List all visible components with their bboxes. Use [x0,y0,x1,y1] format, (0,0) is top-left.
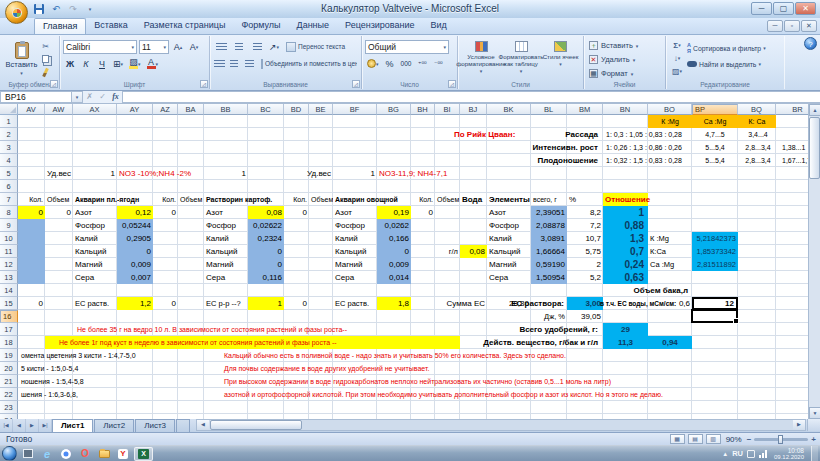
prev-sheet-button[interactable]: ◀ [13,419,26,432]
cell[interactable]: 1,3 [603,232,648,245]
cell[interactable]: Объем [309,193,333,206]
cell[interactable]: NO3-11,9; NH4-7,1 [377,167,460,180]
cell[interactable]: Объем [178,193,204,206]
cell[interactable]: Магний [73,258,117,271]
scroll-up-button[interactable]: ▲ [809,104,820,116]
cell[interactable]: ношения - 1:5,4-5,8 [19,375,179,388]
row-header-4[interactable]: 4 [0,154,18,167]
cell[interactable]: К :Mg [648,232,692,245]
cell[interactable]: Азот [333,206,377,219]
row-header-23[interactable]: 23 [0,401,18,414]
cell[interactable]: 5,21842373 [692,232,738,245]
cells-area[interactable]: К :MgCa :MgК: CaПо Рийк Цваан:Рассада1: … [18,115,808,419]
cell[interactable]: 0 [18,206,45,219]
cell[interactable]: Кальций [487,245,531,258]
first-sheet-button[interactable]: |◀ [0,419,13,432]
sort-filter-button[interactable]: АЯСортировка и фильтр▾ [687,41,766,55]
cell[interactable]: Сумма ЕС [435,297,487,310]
cell[interactable]: Элементы [487,193,531,206]
column-header-BD[interactable]: BD [284,104,309,115]
row-header-19[interactable]: 19 [0,349,18,362]
cell[interactable]: 2,39051 [531,206,567,219]
cell[interactable]: Калий [487,232,531,245]
column-header-BQ[interactable]: BQ [738,104,776,115]
bold-button[interactable]: Ж [63,57,77,71]
workbook-restore-button[interactable]: ▫ [784,20,800,32]
cell[interactable]: 1,38...1 [780,141,808,154]
shrink-font-button[interactable]: А▾ [187,40,201,54]
align-left-button[interactable] [213,57,226,71]
select-all-corner[interactable] [0,104,18,115]
cell[interactable]: Азот [204,206,248,219]
cell[interactable]: Ca :Mg [692,115,738,128]
cell[interactable]: омента цветения 3 кисти - 1:4,7-5,0 [19,349,179,362]
cell[interactable]: NO3 -10%;NH4 -2% [117,167,204,180]
cell[interactable]: Калий [73,232,117,245]
cell[interactable]: 0 [18,297,45,310]
font-name-select[interactable]: Calibri▾ [63,40,137,54]
paste-dropdown-arrow[interactable]: ▾ [20,70,23,76]
page-break-view-button[interactable]: ▥ [706,434,721,444]
column-header-BG[interactable]: BG [377,104,411,115]
cell[interactable]: 0,24 [603,258,648,271]
cell[interactable]: Сера [487,271,531,284]
cell[interactable]: Действ. вещество, г/бак и г/л [455,336,600,349]
row-header-6[interactable]: 6 [0,180,18,193]
fill-button[interactable]: ↓▾ [669,52,685,64]
start-button[interactable] [2,446,17,461]
insert-cells-button[interactable]: ＋Вставить▾ [587,39,662,52]
cell[interactable]: Азот [73,206,117,219]
cell[interactable]: Отношение [603,193,648,206]
clock[interactable]: 10:08 09.12.2020 [771,447,807,461]
cell[interactable]: Кальций обычно есть в поливной воде - на… [222,349,806,362]
row-header-7[interactable]: 7 [0,193,18,206]
cell[interactable]: Сера [333,271,377,284]
cell[interactable]: 1 [73,167,117,180]
cell[interactable]: Всего удобрений, г: [470,323,600,336]
sheet-tab-1[interactable]: Лист1 [52,419,93,432]
cell[interactable]: 0,08 [248,206,284,219]
cell[interactable]: 0 [411,206,435,219]
cell[interactable] [18,219,45,232]
tab-formulas[interactable]: Формулы [233,18,288,34]
autosum-button[interactable]: Σ▾ [669,39,685,51]
cell[interactable]: 11,3 [603,336,648,349]
cell[interactable]: 1 [333,167,377,180]
formula-input[interactable] [122,91,820,103]
cell[interactable]: 0,94 [648,336,692,349]
cell[interactable]: 5 кисти - 1:5,0-5,4 [19,362,179,375]
row-header-14[interactable]: 14 [0,284,18,297]
taskbar-app-browser[interactable] [58,447,74,461]
taskbar-app-opera[interactable]: O [77,447,93,461]
cell[interactable]: 4,7...5 [694,128,736,141]
underline-button[interactable]: Ч [95,57,109,71]
cell[interactable]: 0 [377,245,411,258]
cell[interactable]: 0,2324 [248,232,284,245]
cell[interactable]: Кальций [73,245,117,258]
cell[interactable]: ЕС р-р --? [204,297,248,310]
column-header-BF[interactable]: BF [333,104,377,115]
cell[interactable]: всего, г [531,193,567,206]
network-icon[interactable] [759,450,767,458]
conditional-formatting-button[interactable]: Условное форматирование▾ [461,38,501,80]
row-header-1[interactable]: 1 [0,115,18,128]
cell[interactable]: 7,2 [567,219,603,232]
cell[interactable]: ЕС раствора: [504,297,566,310]
tab-data[interactable]: Данные [289,18,338,34]
cell[interactable]: Уд.вес [18,167,73,180]
zoom-in-button[interactable]: + [811,435,816,444]
cell[interactable]: Акварин овощной [333,193,411,206]
office-button[interactable] [5,1,28,24]
comma-style-button[interactable]: 000 [399,57,414,71]
column-header-BH[interactable]: BH [411,104,435,115]
cell[interactable]: Фосфор [204,219,248,232]
vertical-scrollbar[interactable]: ▲ ▼ [808,104,820,419]
cell[interactable]: Для почвы содержание в воде других удобр… [222,362,806,375]
cell[interactable]: 10,7 [567,232,603,245]
workbook-close-button[interactable]: ✕ [801,20,817,32]
cell[interactable]: При высоком содержании в воде гидрокарбо… [222,375,806,388]
cell[interactable]: Кол. [411,193,435,206]
row-header-18[interactable]: 18 [0,336,18,349]
decrease-decimal-button[interactable]: ⁻⁰⁰ [431,57,445,71]
cell[interactable]: Уд.вес [284,167,333,180]
